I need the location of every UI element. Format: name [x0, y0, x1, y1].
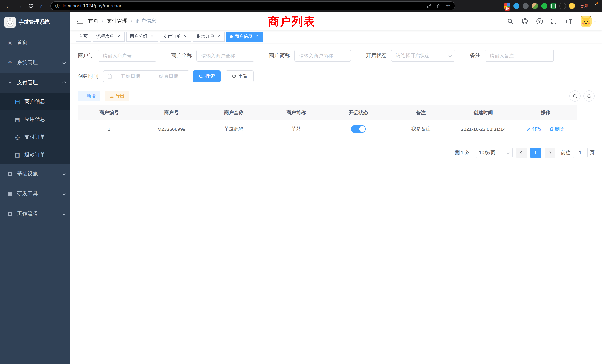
sidebar-item-devtools[interactable]: ⊠ 研发工具	[0, 184, 70, 204]
tab-pay-order[interactable]: 支付订单 ×	[160, 32, 191, 41]
main-area: 商户列表 首页 / 支付管理 / 商户信息	[70, 12, 602, 364]
sidebar: 芋道管理系统 ◉ 首页 ⚙ 系统管理 ¥ 支付管理	[0, 12, 70, 364]
col-merchant-id: 商户编号	[78, 105, 140, 120]
dashboard-icon: ◉	[7, 39, 13, 46]
tab-home[interactable]: 首页	[76, 32, 91, 41]
refresh-icon	[232, 74, 236, 79]
navbar-help-button[interactable]: ?	[536, 18, 543, 24]
export-button-label: 导出	[116, 93, 125, 99]
cell-merchant-no: M233666999	[140, 120, 203, 138]
site-info-icon[interactable]: ⓘ	[55, 3, 60, 9]
navbar-search-button[interactable]	[507, 18, 513, 24]
app-logo[interactable]: 芋道管理系统	[0, 12, 70, 33]
browser-update-button[interactable]: 更新	[580, 3, 589, 9]
tab-close-icon[interactable]: ×	[183, 34, 188, 39]
sidebar-item-infrastructure[interactable]: ⊞ 基础设施	[0, 164, 70, 184]
extension-icon-5[interactable]	[541, 3, 547, 9]
tab-close-icon[interactable]: ×	[116, 34, 121, 39]
share-icon[interactable]	[437, 3, 441, 8]
browser-menu-button[interactable]: ⋮	[592, 3, 598, 9]
page-size-select[interactable]: 10条/页	[476, 147, 513, 158]
navbar-actions: ?	[507, 16, 596, 27]
extension-icon-1[interactable]: 10	[504, 3, 510, 9]
sidebar-item-refund-order[interactable]: ▥ 退款订单	[0, 146, 70, 164]
navbar-fontsize-button[interactable]	[565, 19, 572, 23]
tab-close-icon[interactable]: ×	[149, 34, 155, 39]
caret-down-icon	[593, 20, 597, 23]
export-button[interactable]: 导出	[105, 91, 129, 101]
cell-remark: 我是备注	[390, 120, 452, 138]
tab-merchant-info[interactable]: 商户信息 ×	[226, 32, 263, 41]
profile-avatar-icon[interactable]	[569, 3, 575, 9]
calendar-icon	[107, 74, 112, 79]
refresh-table-button[interactable]	[583, 90, 595, 102]
breadcrumb-payment[interactable]: 支付管理	[107, 18, 128, 24]
status-select[interactable]: 请选择开启状态	[391, 50, 455, 62]
tab-close-icon[interactable]: ×	[216, 34, 221, 39]
extension-icon-7[interactable]	[560, 3, 566, 9]
create-time-range-picker[interactable]: 开始日期 - 结束日期	[103, 70, 189, 82]
tab-user-group[interactable]: 用户分组 ×	[126, 32, 158, 41]
password-key-icon[interactable]	[427, 3, 432, 9]
infra-icon: ⊞	[7, 171, 13, 177]
right-toolbar	[569, 90, 595, 102]
user-avatar[interactable]	[580, 16, 596, 27]
cell-short-name: 芋艿	[265, 120, 327, 138]
next-page-button[interactable]	[545, 147, 555, 158]
chevron-down-icon	[63, 62, 65, 64]
tab-close-icon[interactable]: ×	[254, 34, 259, 39]
page-1-button[interactable]: 1	[530, 147, 541, 158]
table-toolbar: + 新增 导出	[70, 90, 602, 102]
browser-reload-button[interactable]	[26, 1, 36, 11]
sidebar-item-workflow[interactable]: ⊟ 工作流程	[0, 204, 70, 224]
full-name-input[interactable]	[196, 50, 254, 62]
chevron-down-icon	[449, 54, 452, 57]
short-name-label: 商户简称	[269, 52, 290, 59]
tab-label: 流程表单	[96, 33, 114, 40]
tab-process-form[interactable]: 流程表单 ×	[93, 32, 125, 41]
bookmark-star-icon[interactable]: ☆	[446, 3, 450, 9]
status-toggle[interactable]	[351, 125, 366, 133]
pagination-goto: 前往 页	[561, 147, 595, 158]
question-icon: ?	[538, 19, 541, 23]
cell-status	[327, 120, 390, 138]
extension-icon-3[interactable]	[523, 3, 529, 9]
browser-forward-button[interactable]: →	[15, 1, 24, 11]
breadcrumb-current: 商户信息	[136, 18, 156, 24]
address-bar[interactable]: ⓘ localhost:1024/pay/merchant ☆	[50, 1, 455, 10]
merchant-no-input[interactable]	[98, 50, 156, 62]
navbar-github-button[interactable]	[522, 18, 528, 24]
pagination-total-prefix: 共	[455, 150, 460, 155]
table-header-row: 商户编号 商户号 商户全称 商户简称 开启状态 备注 创建时间 操作	[78, 105, 577, 120]
sidebar-toggle-button[interactable]	[76, 18, 83, 24]
sidebar-item-app-info[interactable]: ▦ 应用信息	[0, 110, 70, 128]
reset-button[interactable]: 重置	[226, 70, 254, 82]
short-name-input[interactable]	[294, 50, 351, 62]
search-button[interactable]: 搜索	[193, 70, 221, 82]
extension-icon-6[interactable]	[550, 3, 556, 9]
navbar-fullscreen-button[interactable]	[551, 18, 557, 24]
tab-label: 用户分组	[130, 33, 148, 40]
sidebar-item-merchant-info[interactable]: ▤ 商户信息	[0, 93, 70, 110]
browser-back-button[interactable]: ←	[4, 1, 13, 11]
add-button[interactable]: + 新增	[78, 91, 100, 101]
goto-page-input[interactable]	[573, 147, 588, 158]
date-start-placeholder: 开始日期	[114, 73, 147, 80]
breadcrumb-home[interactable]: 首页	[88, 18, 99, 24]
delete-label: 删除	[555, 126, 564, 132]
browser-extensions-area: 10 更新 ⋮	[504, 3, 598, 9]
extension-icon-4[interactable]	[532, 3, 538, 9]
sidebar-item-home[interactable]: ◉ 首页	[0, 33, 70, 53]
prev-page-button[interactable]	[516, 147, 527, 158]
edit-link[interactable]: 修改	[527, 126, 542, 132]
sidebar-item-payment[interactable]: ¥ 支付管理	[0, 73, 70, 93]
delete-link[interactable]: 删除	[549, 126, 564, 132]
extension-icon-2[interactable]	[513, 3, 519, 9]
sidebar-item-pay-order[interactable]: ◎ 支付订单	[0, 128, 70, 146]
tab-refund-order[interactable]: 退款订单 ×	[193, 32, 225, 41]
remark-input[interactable]	[485, 50, 554, 62]
payment-submenu: ▤ 商户信息 ▦ 应用信息 ◎ 支付订单 ▥ 退款订单	[0, 93, 70, 164]
toggle-search-button[interactable]	[569, 90, 580, 102]
sidebar-item-system[interactable]: ⚙ 系统管理	[0, 53, 70, 73]
browser-home-button[interactable]: ⌂	[37, 1, 47, 11]
